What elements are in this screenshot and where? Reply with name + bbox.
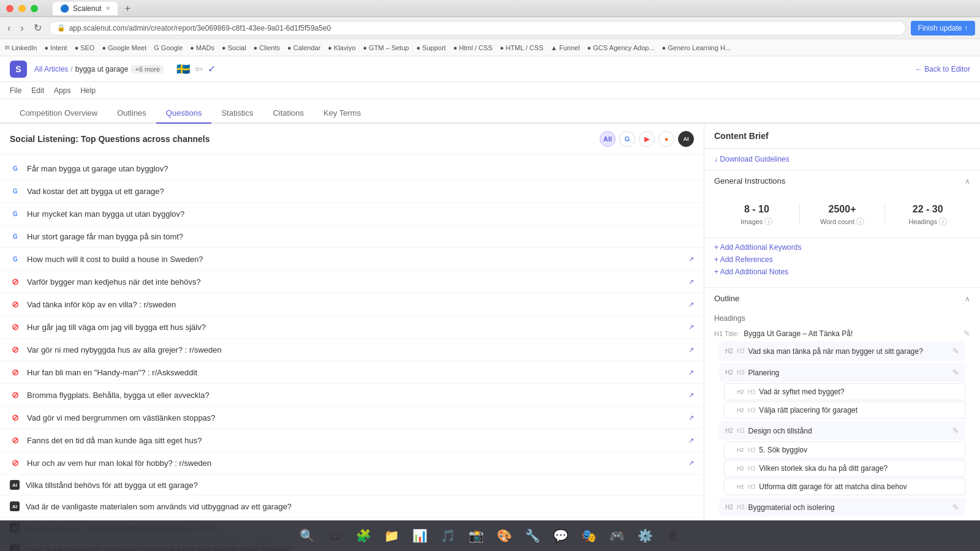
list-item[interactable]: ⊘ Hur fan bli man en "Handy-man"? : r/As… [0, 361, 704, 384]
dock-theater[interactable]: 🎭 [577, 524, 600, 547]
bookmark-calendar[interactable]: ● Calendar [287, 44, 320, 51]
dock-photos[interactable]: 📸 [464, 524, 488, 547]
list-item[interactable]: AI Vad är de vanligaste materialen som a… [0, 496, 704, 517]
new-tab-button[interactable]: + [125, 3, 130, 14]
dock-arcade[interactable]: 🎮 [605, 524, 628, 547]
outline-h2-row[interactable]: H2 H3 Vad ska man tänka på när man bygge… [719, 342, 965, 361]
h2-edit-icon[interactable]: ✎ [952, 426, 959, 435]
list-item[interactable]: ⊘ Hur går jag till väga om jag vill bygg… [0, 316, 704, 339]
browser-tab[interactable]: 🔵 Scalenut ✕ [53, 2, 118, 15]
bookmark-genero[interactable]: ● Genero Learning H... [662, 44, 731, 51]
bookmark-seo[interactable]: ● SEO [75, 44, 95, 51]
back-button[interactable]: ‹ [5, 21, 13, 35]
dock-safari[interactable]: 🧩 [352, 524, 375, 547]
dock-settings[interactable]: ⚙️ [633, 524, 657, 547]
bookmark-linkedin[interactable]: in LinkedIn [5, 44, 37, 51]
add-references-link[interactable]: + Add References [714, 255, 970, 264]
filter-all-button[interactable]: All [600, 131, 616, 147]
general-instructions-header[interactable]: General Instructions ∧ [704, 170, 980, 192]
tab-questions[interactable]: Questions [156, 103, 212, 124]
outline-h3-row[interactable]: H2 H3 5. Sök bygglov [724, 441, 965, 459]
dock-finder[interactable]: 🔍 [295, 524, 318, 547]
word-count-info-icon[interactable]: i [856, 217, 864, 225]
outline-header[interactable]: Outline ∧ [704, 288, 980, 309]
external-link-icon[interactable]: ↗ [688, 346, 694, 354]
bookmark-google-meet[interactable]: ● Google Meet [102, 44, 147, 51]
tab-outlines[interactable]: Outlines [107, 103, 156, 124]
minimize-button[interactable] [18, 5, 26, 12]
download-guidelines-button[interactable]: ↓ Download Guidelines [714, 155, 790, 163]
outline-h3-row[interactable]: H2 H3 Vad är syftet med bygget? [724, 383, 965, 400]
dock-messages[interactable]: 💬 [549, 524, 572, 547]
bookmark-html2[interactable]: ● HTML / CSS [500, 44, 543, 51]
h1-edit-icon[interactable]: ✎ [963, 329, 970, 338]
dock-numbers[interactable]: 📊 [408, 524, 431, 547]
breadcrumb-more-badge[interactable]: +6 more [130, 65, 164, 73]
file-menu-help[interactable]: Help [80, 86, 96, 95]
refresh-button[interactable]: ↻ [31, 21, 44, 35]
outline-h3-row[interactable]: H2 H3 Utforma ditt garage för att matcha… [724, 478, 965, 495]
filter-google-button[interactable]: G [619, 131, 635, 147]
tab-key-terms[interactable]: Key Terms [314, 103, 371, 124]
dock-files[interactable]: 📁 [380, 524, 403, 547]
images-info-icon[interactable]: i [764, 217, 772, 225]
file-menu-edit[interactable]: Edit [31, 86, 44, 95]
add-keywords-link[interactable]: + Add Additional Keywords [714, 243, 970, 252]
list-item[interactable]: ⊘ Var gör ni med nybyggda hus av alla gr… [0, 339, 704, 361]
list-item[interactable]: ⊘ Fanns det en tid då man kunde äga sitt… [0, 429, 704, 452]
add-notes-link[interactable]: + Add Additional Notes [714, 268, 970, 276]
list-item[interactable]: G Hur mycket kan man bygga ut utan byggl… [0, 203, 704, 225]
h2-edit-icon[interactable]: ✎ [952, 368, 959, 377]
list-item[interactable]: ⊘ Vad tänka inför köp av en villa? : r/s… [0, 293, 704, 316]
list-item[interactable]: ⊘ Bromma flygplats. Behålla, bygga ut el… [0, 384, 704, 407]
list-item[interactable]: G Vad kostar det att bygga ut ett garage… [0, 180, 704, 203]
external-link-icon[interactable]: ↗ [688, 278, 694, 286]
bookmark-social[interactable]: ● Social [222, 44, 246, 51]
external-link-icon[interactable]: ↗ [688, 414, 694, 422]
list-item[interactable]: ⊘ Hur och av vem hur man lokal för hobby… [0, 452, 704, 474]
list-item[interactable]: G Hur stort garage får man bygga på sin … [0, 225, 704, 248]
bookmark-gtm[interactable]: ● GTM – Setup [363, 44, 409, 51]
bookmark-klaviyo[interactable]: ● Klaviyo [328, 44, 355, 51]
external-link-icon[interactable]: ↗ [688, 369, 694, 377]
forward-button[interactable]: › [18, 21, 26, 35]
file-menu-apps[interactable]: Apps [54, 86, 70, 95]
bookmark-google[interactable]: G Google [154, 44, 183, 51]
external-link-icon[interactable]: ↗ [688, 459, 694, 467]
dock-tools[interactable]: 🔧 [521, 524, 544, 547]
filter-reddit-button[interactable]: ● [658, 131, 674, 147]
bookmark-mads[interactable]: ● MADs [190, 44, 214, 51]
tab-citations[interactable]: Citations [263, 103, 314, 124]
outline-h2-row[interactable]: H2 H3 Planering ✎ [719, 363, 965, 382]
tab-close-icon[interactable]: ✕ [105, 5, 110, 12]
file-menu-file[interactable]: File [10, 86, 21, 95]
bookmark-gcs[interactable]: ● GCS Agency Adop... [587, 44, 655, 51]
maximize-button[interactable] [31, 5, 38, 12]
finish-update-button[interactable]: Finish update ↑ [911, 21, 975, 36]
list-item[interactable]: G How much will it cost to build a house… [0, 248, 704, 271]
tab-competition-overview[interactable]: Competition Overview [10, 103, 107, 124]
list-item[interactable]: ⊘ Vad gör vi med bergrummen om västlänke… [0, 407, 704, 429]
outline-h3-row[interactable]: H2 H3 Välja rätt placering för garaget [724, 402, 965, 419]
filter-youtube-button[interactable]: ▶ [639, 131, 655, 147]
dock-music[interactable]: 🎵 [436, 524, 459, 547]
outline-h3-row[interactable]: H2 H3 Vilken storlek ska du ha på ditt g… [724, 460, 965, 477]
check-icon[interactable]: ✓ [208, 63, 216, 75]
dock-launchpad[interactable]: 🗂 [323, 524, 347, 547]
external-link-icon[interactable]: ↗ [688, 391, 694, 399]
headings-info-icon[interactable]: i [939, 217, 947, 225]
bookmark-funnel[interactable]: ▲ Funnel [551, 44, 580, 51]
address-bar[interactable]: 🔒 app.scalenut.com/admin/creator/report/… [49, 21, 906, 36]
outline-h2-row[interactable]: H2 H3 Design och tillstånd ✎ [719, 421, 965, 440]
filter-ai-button[interactable]: AI [678, 131, 694, 147]
bookmark-intent[interactable]: ● Intent [44, 44, 67, 51]
back-to-editor-link[interactable]: ← Back to Editor [915, 65, 970, 73]
h2-edit-icon[interactable]: ✎ [952, 347, 959, 356]
dock-figma[interactable]: 🎨 [492, 524, 516, 547]
list-item[interactable]: AI Vilka tillstånd behövs för att bygga … [0, 474, 704, 496]
bookmark-html1[interactable]: ● Html / CSS [453, 44, 492, 51]
breadcrumb-all-articles[interactable]: All Articles [34, 65, 68, 73]
h2-edit-icon[interactable]: ✎ [952, 503, 959, 512]
external-link-icon[interactable]: ↗ [688, 301, 694, 309]
dock-trash[interactable]: 🗑 [662, 524, 685, 547]
